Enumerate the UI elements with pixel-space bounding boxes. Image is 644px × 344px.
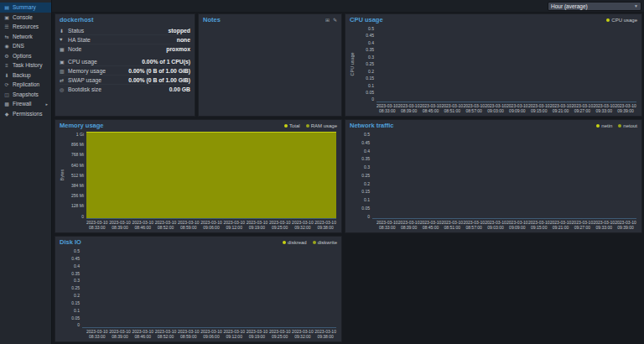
legend-label: Total xyxy=(289,123,300,128)
dns-icon: ◉ xyxy=(3,43,10,49)
sidebar-nav: ▤Summary▣Console☰Resources⇆Network◉DNS⚙O… xyxy=(0,0,52,344)
status-row-ha-state: ♥HA Statenone xyxy=(60,35,190,44)
x-tick-label: 2023-03-1009:38:00 xyxy=(314,220,336,231)
sidebar-item-replication[interactable]: ⟳Replication xyxy=(0,80,51,90)
x-tick-label: 2023-03-1008:39:00 xyxy=(398,103,420,114)
y-axis: 0.50.450.40.350.30.250.20.150.10.050 xyxy=(356,26,377,102)
y-tick-label: 0.15 xyxy=(71,300,80,305)
time-range-select[interactable]: Hour (average) ▼ xyxy=(548,2,641,11)
legend-label: RAM usage xyxy=(311,123,337,128)
memory-icon: ▥ xyxy=(60,68,68,74)
network-icon: ⇆ xyxy=(3,34,10,39)
cpu-usage-chart-panel: CPU usage CPU usage CPU usage 0.50.450.4… xyxy=(345,13,642,117)
status-row-value: none xyxy=(177,37,190,43)
x-tick-label: 2023-03-1009:33:00 xyxy=(593,220,615,231)
x-tick-label: 2023-03-1009:03:00 xyxy=(485,220,506,231)
x-tick-label: 2023-03-1008:45:00 xyxy=(420,220,442,231)
x-tick-label: 2023-03-1009:06:00 xyxy=(200,220,222,231)
y-tick-label: 0.05 xyxy=(366,90,374,95)
sidebar-item-label: Backup xyxy=(13,72,31,78)
backup-icon: ⬇ xyxy=(3,72,10,78)
sidebar-item-resources[interactable]: ☰Resources xyxy=(0,22,51,32)
y-tick-label: 0 xyxy=(81,214,84,219)
sidebar-item-label: Replication xyxy=(13,81,39,87)
replication-icon: ⟳ xyxy=(3,81,10,87)
notes-edit-icon[interactable]: ✎ xyxy=(333,17,337,23)
sidebar-item-snapshots[interactable]: ◫Snapshots xyxy=(0,90,51,100)
legend-label: diskwrite xyxy=(318,240,337,245)
sidebar-item-task-history[interactable]: ≡Task History xyxy=(0,60,51,70)
status-row-node: ▦Nodeproxmox xyxy=(60,44,190,54)
status-row-value: 0.00 GB xyxy=(169,86,190,92)
resources-icon: ☰ xyxy=(3,23,10,29)
x-tick-label: 2023-03-1009:09:00 xyxy=(506,103,528,114)
time-range-value: Hour (average) xyxy=(551,3,588,9)
notes-panel: Notes ⊞✎ xyxy=(198,13,342,117)
chart-legend: CPU usage xyxy=(606,18,637,23)
status-row-value: 0.00% (0 B of 1.00 GiB) xyxy=(128,68,190,74)
sidebar-item-firewall[interactable]: ▩Firewall▸ xyxy=(0,99,51,109)
sidebar-item-label: Console xyxy=(13,14,33,20)
sidebar-item-label: Options xyxy=(13,53,31,59)
y-tick-label: 0.3 xyxy=(368,55,374,60)
swap-icon: ⇄ xyxy=(60,77,68,83)
x-tick-label: 2023-03-1008:52:00 xyxy=(155,220,177,231)
legend-item-netin: netin xyxy=(596,123,612,128)
x-tick-label: 2023-03-1008:33:00 xyxy=(86,329,108,340)
status-row-status: ⬇Statusstopped xyxy=(60,26,190,35)
y-tick-label: 0 xyxy=(371,96,374,102)
x-axis: 2023-03-1008:33:002023-03-1008:39:002023… xyxy=(377,103,636,115)
y-tick-label: 0 xyxy=(367,214,370,219)
y-tick-label: 0 xyxy=(77,322,80,327)
x-axis: 2023-03-1008:33:002023-03-1008:39:002023… xyxy=(377,220,636,232)
legend-item-netout: netout xyxy=(618,123,637,128)
status-row-label: Status xyxy=(68,28,84,34)
x-tick-label: 2023-03-1009:39:00 xyxy=(615,220,636,231)
y-tick-label: 0.4 xyxy=(364,149,370,154)
y-tick-label: 0.05 xyxy=(71,315,80,321)
status-body: ⬇Statusstopped♥HA Statenone▦Nodeproxmox … xyxy=(55,25,195,94)
x-tick-label: 2023-03-1009:12:00 xyxy=(223,329,245,340)
network-traffic-chart-panel: Network traffic netinnetout 0.50.450.40.… xyxy=(345,119,642,233)
cpu-icon: ▣ xyxy=(60,59,68,65)
y-tick-label: 0.4 xyxy=(74,263,80,268)
x-tick-label: 2023-03-1009:32:00 xyxy=(292,329,314,340)
x-tick-label: 2023-03-1009:21:00 xyxy=(550,220,572,231)
y-tick-label: 0.1 xyxy=(364,197,370,202)
x-tick-label: 2023-03-1008:45:00 xyxy=(420,103,442,114)
status-row-cpu-usage: ▣CPU usage0.00% of 1 CPU(s) xyxy=(60,57,190,66)
y-axis-label: CPU usage xyxy=(348,26,356,102)
notes-expand-icon[interactable]: ⊞ xyxy=(325,17,330,23)
x-tick-label: 2023-03-1009:25:00 xyxy=(269,220,291,231)
chart-title: Disk IO xyxy=(60,238,81,246)
x-axis: 2023-03-1008:33:002023-03-1008:39:002023… xyxy=(86,220,336,232)
sidebar-item-options[interactable]: ⚙Options xyxy=(0,51,51,61)
sidebar-item-label: Snapshots xyxy=(13,91,39,97)
x-tick-label: 2023-03-1008:51:00 xyxy=(442,103,464,114)
chart-title: Memory usage xyxy=(60,122,104,129)
sidebar-item-label: Task History xyxy=(13,62,42,68)
sidebar-item-backup[interactable]: ⬇Backup xyxy=(0,70,51,81)
y-tick-label: 384 Mi xyxy=(71,183,84,188)
y-tick-label: 128 Mi xyxy=(71,203,84,208)
x-tick-label: 2023-03-1009:21:00 xyxy=(550,103,572,114)
x-tick-label: 2023-03-1009:06:00 xyxy=(200,329,222,340)
sidebar-item-dns[interactable]: ◉DNS xyxy=(0,41,51,51)
y-axis: 0.50.450.40.350.30.250.20.150.10.050 xyxy=(61,248,82,328)
status-icon: ⬇ xyxy=(60,28,68,34)
notes-panel-title: Notes xyxy=(203,16,221,23)
notes-content[interactable] xyxy=(199,25,341,116)
y-tick-label: 256 Mi xyxy=(71,193,84,198)
legend-dot-icon xyxy=(283,241,286,244)
x-tick-label: 2023-03-1008:33:00 xyxy=(86,220,108,231)
status-row-value: stopped xyxy=(169,28,190,34)
sidebar-item-console[interactable]: ▣Console xyxy=(0,13,51,23)
status-panel-title: dockerhost xyxy=(60,16,93,23)
sidebar-item-network[interactable]: ⇆Network xyxy=(0,32,51,42)
status-row-bootdisk-size: ◎Bootdisk size0.00 GB xyxy=(60,85,190,94)
legend-dot-icon xyxy=(306,124,309,128)
x-tick-label: 2023-03-1009:33:00 xyxy=(593,103,615,114)
sidebar-item-permissions[interactable]: ◆Permissions xyxy=(0,109,51,119)
y-tick-label: 0.2 xyxy=(74,293,80,298)
sidebar-item-summary[interactable]: ▤Summary xyxy=(0,3,51,13)
